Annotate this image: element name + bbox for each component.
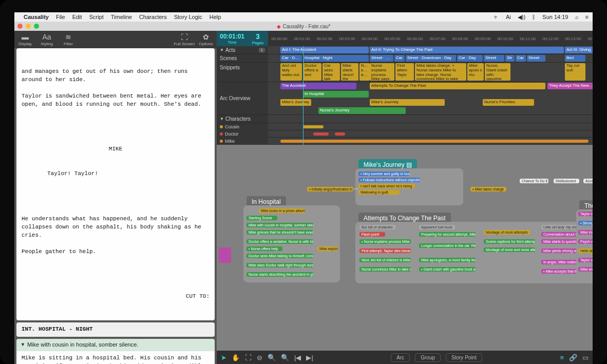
character-presence-bar[interactable] [280, 140, 589, 143]
scene-bar[interactable]: Str [505, 55, 515, 62]
arc-bar[interactable]: They Accept The New Reality [547, 83, 593, 89]
arc-bar[interactable]: Attempts To Change The Past [370, 83, 545, 89]
adobe-icon[interactable]: Ai [506, 14, 511, 20]
scene-heading[interactable]: INT. HOSPITAL - NIGHT [16, 322, 215, 337]
scene-bar[interactable]: Street · Downtown · Day [406, 55, 456, 62]
snippet-bar[interactable]: First attem Taylo [395, 63, 414, 81]
track-acts[interactable]: ▼Acts1 [217, 46, 268, 54]
snippet-bar[interactable]: Doctor offers a sed [303, 63, 321, 81]
snippet-bar[interactable]: Nurse, Giant crash with gasoline truck [485, 63, 510, 81]
scene-bar[interactable]: Car · Down [280, 55, 302, 62]
volume-icon[interactable]: ◀)) [518, 14, 525, 20]
snippet-bar[interactable]: Mike apolo s mo [467, 63, 484, 81]
act-bar[interactable]: Act I: The Accident [280, 47, 369, 53]
bluetooth-icon[interactable]: ᛒ [532, 14, 536, 20]
time-ruler[interactable]: 00:00:0000:01:0000:02:0000:03:0000:04:00… [268, 31, 593, 46]
story-point[interactable]: • Mike takes charge [470, 187, 506, 191]
menu-script[interactable]: Script [89, 14, 104, 20]
story-point-button[interactable]: Story Point [446, 353, 482, 362]
wifi-icon[interactable]: ᯤ [494, 14, 499, 20]
track-snippets[interactable]: Snippets [217, 63, 268, 82]
zoom-tool[interactable]: 🔍 [268, 354, 276, 361]
arc-card-body[interactable]: • Very somber and guilty in hospital • F… [355, 168, 463, 205]
story-point[interactable]: Accepted [583, 179, 593, 183]
character-track-label[interactable]: Cousin [217, 123, 268, 130]
snippet-bar[interactable]: Mike starts descri the [341, 63, 358, 81]
menu-timeline[interactable]: Timeline [111, 14, 132, 20]
snippet-header[interactable]: ▼ Mike with cousin in hospital, somber s… [16, 339, 215, 351]
script-action[interactable]: Mike is sitting in a hospital bed. His c… [16, 351, 215, 364]
filter-button[interactable]: ≋Filter [58, 31, 79, 48]
track-scenes[interactable]: Scenes [217, 54, 268, 63]
zoom-out-tool[interactable]: ⊖ [257, 354, 262, 361]
scene-bar[interactable]: Hospital · Night [303, 55, 369, 62]
group-button[interactable]: Group [415, 353, 441, 362]
pointer-tool[interactable]: ➤ [221, 354, 226, 361]
disclosure-icon[interactable]: ▼ [21, 341, 25, 348]
pan-tool[interactable]: ✋ [232, 354, 240, 361]
zoom-icon[interactable] [34, 24, 39, 29]
story-point[interactable] [219, 247, 231, 263]
snippet-bar[interactable]: Nurse explains process. Mike says that o… [370, 63, 394, 81]
snippet-bar[interactable]: Tay cor suit [565, 63, 585, 81]
link-icon[interactable]: 🔗 [569, 354, 577, 361]
track-arc-overview[interactable]: Arc Overview [217, 82, 268, 115]
character-presence-bar[interactable] [313, 132, 329, 136]
scene-bar[interactable]: Car [394, 55, 405, 62]
menu-edit[interactable]: Edit [72, 14, 82, 20]
menu-storylogic[interactable]: Story Logic [174, 14, 202, 20]
snippet-bar[interactable]: And old lady walks out [280, 63, 302, 81]
fullscreen-button[interactable]: ⛶Full Screen [174, 31, 195, 48]
close-icon[interactable] [17, 24, 23, 29]
story-point[interactable]: Disillusioned [554, 179, 579, 183]
track-characters[interactable]: ▼Characters [217, 115, 268, 123]
group-box[interactable]: But full of obstacles Flash point • Nurs… [355, 222, 590, 283]
arc-bar[interactable]: Nurse's Journey [318, 107, 406, 114]
scene-bar[interactable]: Street [484, 55, 504, 62]
snippet-bar[interactable]: Car sees Mike talk [323, 63, 340, 81]
display-button[interactable]: ▬Display [14, 31, 36, 48]
app-menu[interactable]: Causality [24, 14, 49, 20]
scene-bar[interactable]: Bed [565, 55, 585, 62]
story-graph[interactable]: Mike's Journey ▤ • Very somber and guilt… [217, 145, 593, 351]
scene-bar[interactable]: Street [527, 55, 545, 62]
skip-start-icon[interactable]: |◀ [294, 354, 301, 361]
skip-end-icon[interactable]: ▶| [306, 354, 313, 361]
act-bar[interactable]: Act II: Trying To Change The Past [370, 47, 564, 53]
traffic-lights[interactable] [17, 24, 39, 29]
character-presence-bar[interactable] [303, 125, 324, 128]
script-editor[interactable]: and manages to get out of his own door; … [14, 48, 217, 364]
menu-icon[interactable]: ≡ [585, 14, 589, 20]
scene-bar[interactable]: Car · Day [457, 55, 483, 62]
snippet-bar[interactable]: Mike takes charge. + Nurse causes Mike t… [415, 63, 466, 81]
timeline-tracks[interactable]: Act I: The AccidentAct II: Trying To Cha… [268, 46, 593, 145]
character-track-label[interactable]: Mike [217, 138, 268, 145]
character-track-label[interactable]: Doctor [217, 130, 268, 138]
options-button[interactable]: ✿Options [195, 31, 217, 48]
story-point[interactable]: • Initially angry/frustrated in car [307, 187, 353, 191]
styling-button[interactable]: AaStyling [36, 31, 58, 48]
script-action[interactable]: and manages to get out of his own door; … [16, 48, 215, 320]
act-bar[interactable]: Act III: Giving [565, 47, 593, 53]
menu-file[interactable]: File [56, 14, 65, 20]
character-presence-bar[interactable] [335, 132, 345, 136]
spotlight-icon[interactable]: ⌕ [575, 14, 579, 20]
scene-bar[interactable]: Street · Down [370, 55, 393, 62]
group-box[interactable]: Taylor cor • Strong Mike ins Psych w Hel… [576, 209, 593, 283]
arc-bar[interactable]: In Hospital [303, 91, 369, 98]
scene-bar[interactable]: Car [516, 55, 526, 62]
minimize-icon[interactable] [26, 24, 31, 29]
menu-help[interactable]: Help [210, 14, 221, 20]
group-box[interactable]: Mike looks in a photo album Starting Sce… [243, 205, 340, 282]
arc-bar[interactable]: Mike's Journey [370, 99, 445, 106]
arc-bar[interactable]: Nurse's Priorities [483, 99, 534, 106]
zoom-in-tool[interactable]: 🔍 [281, 354, 289, 361]
playhead[interactable] [303, 46, 304, 145]
snippet-bar[interactable]: Nurse explains acci [359, 63, 370, 81]
arc-bar[interactable]: Mike's Journey [280, 99, 311, 106]
menu-characters[interactable]: Characters [139, 14, 167, 20]
arc-button[interactable]: Arc [391, 353, 410, 362]
fit-tool[interactable]: ⛶ [245, 354, 252, 361]
arc-bar[interactable]: The Accident [280, 83, 356, 89]
clock[interactable]: Sun 14:19 [542, 14, 568, 20]
